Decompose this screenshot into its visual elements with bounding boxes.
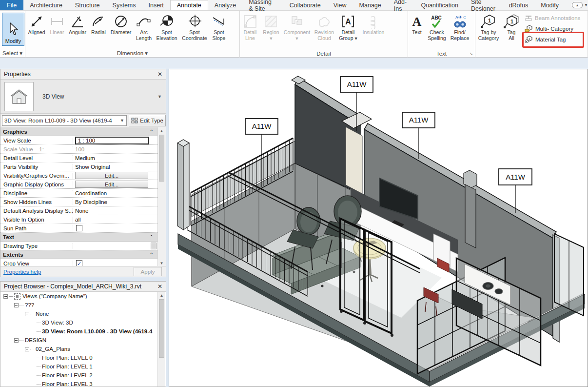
tree-expand-icon[interactable] xyxy=(14,338,19,343)
tab-quantification[interactable]: Quantification xyxy=(414,0,464,10)
tree-item[interactable]: 02_GA_Plans xyxy=(0,345,166,353)
tab-view[interactable]: View xyxy=(327,0,353,10)
close-icon[interactable]: ✕ xyxy=(157,283,162,290)
tag-all-button[interactable]: 1TagAll xyxy=(502,13,521,41)
spot-slope-button[interactable]: SpotSlope xyxy=(210,13,228,41)
tree-item[interactable]: DESIGN xyxy=(0,336,166,345)
insulation-button[interactable]: Insulation xyxy=(360,13,387,36)
scroll-up-icon[interactable]: ▲ xyxy=(158,292,165,299)
tree-expand-icon[interactable] xyxy=(14,303,19,307)
tab-insert[interactable]: Insert xyxy=(142,0,170,10)
linear-button[interactable]: Linear xyxy=(48,13,66,36)
ribbon-panel-detail: DetailLineRegion▾Component▾RevisionCloud… xyxy=(240,11,408,58)
property-value[interactable]: Coordination xyxy=(75,190,107,196)
spot-elevation-button[interactable]: SpotElevation xyxy=(154,13,179,41)
tab-structure[interactable]: Structure xyxy=(69,0,106,10)
apply-button[interactable]: Apply xyxy=(134,267,162,276)
browser-scrollbar[interactable]: ▲ xyxy=(157,292,165,387)
diameter-button[interactable]: Diameter xyxy=(108,13,134,36)
browse-button[interactable] xyxy=(151,243,157,249)
panel-label-dimension[interactable]: Dimension ▾ xyxy=(25,50,239,57)
type-selector-area: 3D View ▼ xyxy=(0,80,166,114)
tree-expand-icon[interactable] xyxy=(25,347,29,351)
section-header-extents[interactable]: Extents⌃ xyxy=(0,250,157,259)
tree-item[interactable]: Floor Plan: LEVEL 0 xyxy=(0,353,166,362)
chevron-down-icon[interactable]: ▼ xyxy=(584,3,588,7)
scroll-up-icon[interactable]: ▲ xyxy=(158,127,165,135)
section-header-graphics[interactable]: Graphics⌃ xyxy=(0,127,157,136)
tab-analyze[interactable]: Analyze xyxy=(208,0,242,10)
tab-annotate[interactable]: Annotate xyxy=(170,0,208,10)
properties-help-link[interactable]: Properties help xyxy=(3,269,41,275)
tree-item[interactable]: Floor Plan: LEVEL 2 xyxy=(0,371,166,380)
detail-group-button[interactable]: ADetailGroup ▾ xyxy=(336,13,360,41)
tab-site-designer[interactable]: Site Designer xyxy=(465,0,503,10)
drawing-area-3d-view[interactable]: A11WA11WA11WA11W xyxy=(169,69,588,387)
component-button[interactable]: Component▾ xyxy=(282,13,312,41)
tree-item[interactable]: None xyxy=(0,309,166,318)
angular-button[interactable]: Angular xyxy=(66,13,89,36)
region-button[interactable]: Region▾ xyxy=(260,13,282,41)
chevron-down-icon[interactable]: ▼ xyxy=(157,94,162,99)
type-selector-combo[interactable]: 3D View: Room L10-009 - 3D View (4619-4 … xyxy=(2,115,127,126)
collapse-chevron-icon[interactable]: ⌃ xyxy=(150,252,154,257)
close-icon[interactable]: ✕ xyxy=(157,71,162,78)
text-button[interactable]: AText xyxy=(408,13,426,36)
property-value[interactable]: None xyxy=(75,208,89,214)
checkbox[interactable] xyxy=(76,225,82,231)
find-replace-button[interactable]: ACFind/Replace xyxy=(448,13,471,41)
beam-button[interactable]: Beam Annotations xyxy=(525,13,588,23)
scrollbar-thumb[interactable] xyxy=(159,135,164,182)
angular-icon xyxy=(70,13,85,30)
property-value[interactable]: Medium xyxy=(75,155,95,161)
section-header-text[interactable]: Text⌃ xyxy=(0,233,157,242)
scrollbar-thumb[interactable] xyxy=(159,299,164,358)
property-value[interactable]: Show Original xyxy=(75,164,110,170)
tree-expand-icon[interactable] xyxy=(3,294,8,299)
tree-item[interactable]: 3D View: Room L10-009 - 3D View (4619-4 xyxy=(0,327,166,336)
tree-item[interactable]: 3D View: 3D xyxy=(0,318,166,327)
tab-collaborate[interactable]: Collaborate xyxy=(283,0,327,10)
svg-text:A11W: A11W xyxy=(506,173,526,181)
dialog-launcher-icon[interactable]: ↘ xyxy=(469,51,473,56)
panel-label-text[interactable]: Text xyxy=(408,51,475,57)
spot-coordinate-button[interactable]: SpotCoordinate xyxy=(179,13,210,41)
property-row: Scale Value 1:100 xyxy=(0,145,157,154)
tree-item[interactable]: Views ("Company Name") xyxy=(0,292,166,301)
tab-modify[interactable]: Modify xyxy=(534,0,565,10)
property-label: Drawing Type xyxy=(0,243,73,249)
value-input[interactable]: 1 : 100 xyxy=(75,137,149,144)
modify-button[interactable]: Modify xyxy=(2,13,24,46)
select-panel-label[interactable]: Select ▾ xyxy=(0,50,25,57)
collapse-chevron-icon[interactable]: ⌃ xyxy=(150,129,154,134)
tag-by-category-button[interactable]: 1Tag byCategory xyxy=(475,13,502,41)
collapse-chevron-icon[interactable]: ⌃ xyxy=(150,234,154,240)
tab-architecture[interactable]: Architecture xyxy=(23,0,69,10)
tab-systems[interactable]: Systems xyxy=(106,0,142,10)
property-value[interactable]: all xyxy=(75,217,81,223)
tab-massing-site[interactable]: Massing & Site xyxy=(242,0,283,10)
panel-label-detail[interactable]: Detail xyxy=(240,51,408,57)
revision-cloud-button[interactable]: RevisionCloud xyxy=(312,13,336,41)
tree-item[interactable]: Floor Plan: LEVEL 1 xyxy=(0,362,166,371)
tab-drofus[interactable]: dRofus xyxy=(503,0,535,10)
tab-add-ins[interactable]: Add-Ins xyxy=(388,0,415,10)
arc-length-button[interactable]: ArcLength xyxy=(134,13,154,41)
edit-button[interactable]: Edit... xyxy=(75,172,148,179)
aligned-button[interactable]: Aligned xyxy=(25,13,48,36)
ribbon-collapse-icon[interactable]: ▲ xyxy=(572,2,583,8)
property-row: Graphic Display OptionsEdit... xyxy=(0,180,157,189)
tab-manage[interactable]: Manage xyxy=(353,0,388,10)
property-value[interactable]: 100 xyxy=(75,146,84,152)
tree-item[interactable]: ??? xyxy=(0,301,166,309)
tree-item[interactable]: Floor Plan: LEVEL 3 xyxy=(0,380,166,387)
check-spelling-button[interactable]: ABCCheckSpelling xyxy=(426,13,448,41)
tab-file[interactable]: File xyxy=(0,0,23,10)
edit-type-button[interactable]: Edit Type xyxy=(129,115,166,126)
edit-button[interactable]: Edit... xyxy=(75,181,148,188)
tree-expand-icon[interactable] xyxy=(25,312,29,316)
radial-button[interactable]: Radial xyxy=(89,13,108,36)
detail-line-button[interactable]: DetailLine xyxy=(240,13,260,41)
properties-scrollbar[interactable]: ▲ ▼ xyxy=(157,127,165,267)
property-value[interactable]: By Discipline xyxy=(75,199,107,205)
